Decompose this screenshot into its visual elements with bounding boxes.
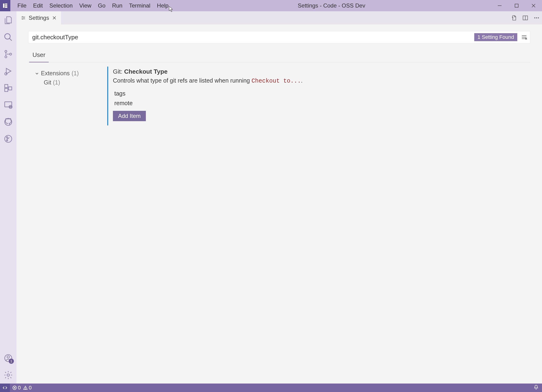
svg-rect-11 <box>5 88 8 92</box>
setting-item-git-checkout-type: Git: Checkout Type Controls what type of… <box>107 67 385 125</box>
maximize-button[interactable] <box>508 0 525 11</box>
setting-desc-code: Checkout to... <box>251 78 301 84</box>
run-debug-icon[interactable] <box>4 66 13 76</box>
settings-found-badge: 1 Setting Found <box>474 33 517 41</box>
svg-rect-13 <box>5 102 12 107</box>
status-errors-count: 0 <box>18 385 21 391</box>
menu-selection[interactable]: Selection <box>46 2 76 9</box>
svg-point-46 <box>25 389 26 389</box>
toc-group-label: Extensions <box>41 70 70 77</box>
menu-file[interactable]: File <box>14 2 30 9</box>
minimize-button[interactable] <box>491 0 508 11</box>
more-actions-icon[interactable] <box>534 15 540 21</box>
svg-point-4 <box>5 34 10 39</box>
svg-point-20 <box>7 140 8 141</box>
chevron-down-icon <box>35 71 39 76</box>
svg-point-6 <box>5 50 7 52</box>
menu-bar: File Edit Selection View Go Run Terminal… <box>14 2 172 9</box>
svg-point-7 <box>5 56 7 58</box>
window-controls <box>491 0 542 11</box>
accounts-badge: 1 <box>9 359 14 364</box>
editor-region: Settings 1 Se <box>16 11 542 384</box>
svg-rect-12 <box>9 87 12 90</box>
open-settings-json-icon[interactable] <box>511 15 517 21</box>
title-bar: File Edit Selection View Go Run Terminal… <box>0 0 542 11</box>
svg-point-23 <box>7 374 9 376</box>
toc-leaf-label: Git <box>44 79 51 86</box>
toc-group-extensions[interactable]: Extensions (1) <box>28 69 106 78</box>
tab-settings[interactable]: Settings <box>16 11 61 24</box>
tab-bar: Settings <box>16 11 542 24</box>
toc-leaf-count: (1) <box>53 79 60 86</box>
settings-gear-icon[interactable] <box>4 370 13 380</box>
activity-bar: 1 <box>0 11 16 384</box>
setting-title-name: Checkout Type <box>124 68 168 75</box>
svg-point-28 <box>24 18 24 18</box>
svg-point-34 <box>534 17 535 18</box>
svg-rect-1 <box>515 4 518 7</box>
explorer-icon[interactable] <box>4 16 13 25</box>
settings-search-row: 1 Setting Found <box>28 31 530 43</box>
settings-toc: Extensions (1) Git (1) <box>28 67 106 384</box>
notifications-icon[interactable] <box>534 384 539 391</box>
setting-title: Git: Checkout Type <box>113 68 385 75</box>
clear-search-icon[interactable] <box>521 34 527 40</box>
remote-explorer-icon[interactable] <box>4 100 13 110</box>
svg-line-5 <box>9 38 12 41</box>
github-icon[interactable] <box>4 117 13 127</box>
svg-point-36 <box>538 17 539 18</box>
setting-value-row[interactable]: tags <box>113 89 385 98</box>
svg-point-19 <box>7 137 8 138</box>
menu-go[interactable]: Go <box>95 2 109 9</box>
status-warnings[interactable]: 0 <box>23 385 32 391</box>
add-item-button[interactable]: Add Item <box>113 111 146 121</box>
settings-tab-icon <box>21 15 26 21</box>
status-warnings-count: 0 <box>29 385 32 391</box>
svg-rect-10 <box>5 84 8 87</box>
setting-desc-post: . <box>301 77 303 84</box>
setting-value-row[interactable]: remote <box>113 98 385 108</box>
remote-indicator[interactable] <box>0 384 10 392</box>
setting-description: Controls what type of git refs are liste… <box>113 77 385 84</box>
menu-help[interactable]: Help <box>154 2 172 9</box>
settings-body: 1 Setting Found User Extensions (1) <box>16 24 542 384</box>
search-icon[interactable] <box>4 33 13 42</box>
svg-point-8 <box>10 53 11 55</box>
toc-group-count: (1) <box>71 70 79 77</box>
status-bar: 0 0 <box>0 384 542 392</box>
svg-point-35 <box>536 17 537 18</box>
close-icon[interactable] <box>52 16 57 20</box>
toc-leaf-git[interactable]: Git (1) <box>28 78 106 87</box>
settings-list: Git: Checkout Type Controls what type of… <box>106 67 530 384</box>
source-control-icon[interactable] <box>4 49 13 59</box>
setting-title-prefix: Git: <box>113 68 124 75</box>
close-window-button[interactable] <box>525 0 542 11</box>
tab-label: Settings <box>29 15 49 21</box>
svg-point-27 <box>22 16 23 17</box>
app-icon <box>0 0 10 11</box>
split-editor-icon[interactable] <box>522 15 528 21</box>
setting-desc-pre: Controls what type of git refs are liste… <box>113 77 251 84</box>
settings-search-input[interactable] <box>32 34 474 41</box>
git-graph-icon[interactable] <box>4 134 13 143</box>
setting-values-list: tags remote <box>113 89 385 108</box>
menu-view[interactable]: View <box>76 2 95 9</box>
accounts-icon[interactable]: 1 <box>4 354 13 363</box>
status-errors[interactable]: 0 <box>12 385 21 391</box>
scope-tab-user[interactable]: User <box>29 49 49 62</box>
extensions-icon[interactable] <box>4 83 13 93</box>
svg-point-22 <box>7 356 9 358</box>
menu-edit[interactable]: Edit <box>30 2 46 9</box>
menu-run[interactable]: Run <box>109 2 126 9</box>
settings-scope-tabs: User <box>28 49 530 62</box>
menu-terminal[interactable]: Terminal <box>126 2 154 9</box>
svg-point-29 <box>22 19 23 20</box>
window-title: Settings - Code - OSS Dev <box>172 2 491 9</box>
